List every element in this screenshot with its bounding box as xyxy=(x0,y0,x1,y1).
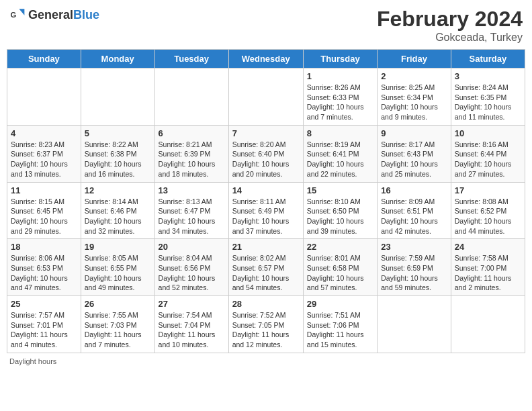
cell-day-number: 10 xyxy=(455,128,521,138)
cell-info: Sunrise: 8:06 AMSunset: 6:53 PMDaylight:… xyxy=(11,253,77,293)
calendar-cell: 10Sunrise: 8:16 AMSunset: 6:44 PMDayligh… xyxy=(451,125,525,182)
cell-info: Sunrise: 7:57 AMSunset: 7:01 PMDaylight:… xyxy=(11,310,77,350)
cell-day-number: 19 xyxy=(85,242,151,252)
calendar-cell: 15Sunrise: 8:10 AMSunset: 6:50 PMDayligh… xyxy=(303,182,377,239)
cell-day-number: 16 xyxy=(381,185,447,195)
calendar-cell xyxy=(7,68,81,126)
calendar-cell: 6Sunrise: 8:21 AMSunset: 6:39 PMDaylight… xyxy=(154,125,228,182)
logo-blue: Blue xyxy=(73,8,99,21)
location-title: Gokceada, Turkey xyxy=(377,32,523,44)
day-header-saturday: Saturday xyxy=(451,50,525,68)
logo-general: General xyxy=(28,8,73,21)
day-header-tuesday: Tuesday xyxy=(154,50,228,68)
cell-info: Sunrise: 8:25 AMSunset: 6:34 PMDaylight:… xyxy=(381,83,447,122)
logo: G GeneralBlue xyxy=(9,7,99,23)
cell-info: Sunrise: 7:54 AMSunset: 7:04 PMDaylight:… xyxy=(159,310,225,350)
calendar-cell: 11Sunrise: 8:15 AMSunset: 6:45 PMDayligh… xyxy=(7,182,81,239)
calendar-week-row: 11Sunrise: 8:15 AMSunset: 6:45 PMDayligh… xyxy=(7,182,525,239)
logo-icon: G xyxy=(9,7,26,23)
cell-day-number: 29 xyxy=(307,299,373,309)
calendar-cell xyxy=(228,68,303,126)
cell-day-number: 24 xyxy=(455,242,521,252)
cell-day-number: 26 xyxy=(85,299,151,309)
calendar-cell xyxy=(154,68,228,126)
cell-info: Sunrise: 8:02 AMSunset: 6:57 PMDaylight:… xyxy=(232,253,300,293)
day-header-friday: Friday xyxy=(378,50,451,68)
cell-info: Sunrise: 7:55 AMSunset: 7:03 PMDaylight:… xyxy=(85,310,151,350)
cell-day-number: 5 xyxy=(85,128,151,138)
calendar-week-row: 1Sunrise: 8:26 AMSunset: 6:33 PMDaylight… xyxy=(7,68,525,126)
calendar-cell: 28Sunrise: 7:52 AMSunset: 7:05 PMDayligh… xyxy=(228,296,303,353)
cell-day-number: 1 xyxy=(307,71,373,81)
day-header-sunday: Sunday xyxy=(7,50,81,68)
calendar-cell: 5Sunrise: 8:22 AMSunset: 6:38 PMDaylight… xyxy=(81,125,154,182)
cell-day-number: 18 xyxy=(11,242,77,252)
calendar-cell: 20Sunrise: 8:04 AMSunset: 6:56 PMDayligh… xyxy=(154,239,228,296)
cell-day-number: 21 xyxy=(232,242,300,252)
calendar-cell: 13Sunrise: 8:13 AMSunset: 6:47 PMDayligh… xyxy=(154,182,228,239)
calendar-cell: 19Sunrise: 8:05 AMSunset: 6:55 PMDayligh… xyxy=(81,239,154,296)
calendar-cell xyxy=(378,296,451,353)
cell-info: Sunrise: 7:52 AMSunset: 7:05 PMDaylight:… xyxy=(232,310,300,350)
cell-info: Sunrise: 8:09 AMSunset: 6:51 PMDaylight:… xyxy=(381,197,447,236)
calendar-cell: 24Sunrise: 7:58 AMSunset: 7:00 PMDayligh… xyxy=(451,239,525,296)
calendar-cell: 23Sunrise: 7:59 AMSunset: 6:59 PMDayligh… xyxy=(378,239,451,296)
cell-info: Sunrise: 8:05 AMSunset: 6:55 PMDaylight:… xyxy=(85,253,151,293)
calendar-cell: 17Sunrise: 8:08 AMSunset: 6:52 PMDayligh… xyxy=(451,182,525,239)
svg-marker-1 xyxy=(19,9,24,15)
cell-info: Sunrise: 8:13 AMSunset: 6:47 PMDaylight:… xyxy=(159,197,225,236)
cell-day-number: 3 xyxy=(455,71,521,81)
svg-text:G: G xyxy=(11,11,17,19)
calendar-cell: 18Sunrise: 8:06 AMSunset: 6:53 PMDayligh… xyxy=(7,239,81,296)
day-header-wednesday: Wednesday xyxy=(228,50,303,68)
cell-day-number: 4 xyxy=(11,128,77,138)
title-block: February 2024 Gokceada, Turkey xyxy=(377,7,523,44)
cell-info: Sunrise: 8:20 AMSunset: 6:40 PMDaylight:… xyxy=(232,140,300,179)
cell-info: Sunrise: 8:15 AMSunset: 6:45 PMDaylight:… xyxy=(11,197,77,236)
cell-day-number: 17 xyxy=(455,185,521,195)
cell-day-number: 27 xyxy=(159,299,225,309)
calendar-cell: 7Sunrise: 8:20 AMSunset: 6:40 PMDaylight… xyxy=(228,125,303,182)
calendar-cell: 3Sunrise: 8:24 AMSunset: 6:35 PMDaylight… xyxy=(451,68,525,126)
cell-info: Sunrise: 8:01 AMSunset: 6:58 PMDaylight:… xyxy=(307,253,373,293)
calendar-cell: 21Sunrise: 8:02 AMSunset: 6:57 PMDayligh… xyxy=(228,239,303,296)
cell-info: Sunrise: 8:26 AMSunset: 6:33 PMDaylight:… xyxy=(307,83,373,122)
month-title: February 2024 xyxy=(377,7,523,32)
page-header: G GeneralBlue February 2024 Gokceada, Tu… xyxy=(7,7,525,44)
calendar-cell: 29Sunrise: 7:51 AMSunset: 7:06 PMDayligh… xyxy=(303,296,377,353)
calendar-cell: 25Sunrise: 7:57 AMSunset: 7:01 PMDayligh… xyxy=(7,296,81,353)
calendar-cell: 16Sunrise: 8:09 AMSunset: 6:51 PMDayligh… xyxy=(378,182,451,239)
cell-day-number: 2 xyxy=(381,71,447,81)
cell-info: Sunrise: 8:22 AMSunset: 6:38 PMDaylight:… xyxy=(85,140,151,179)
cell-info: Sunrise: 8:21 AMSunset: 6:39 PMDaylight:… xyxy=(159,140,225,179)
calendar-cell: 1Sunrise: 8:26 AMSunset: 6:33 PMDaylight… xyxy=(303,68,377,126)
calendar-cell xyxy=(451,296,525,353)
cell-info: Sunrise: 8:10 AMSunset: 6:50 PMDaylight:… xyxy=(307,197,373,236)
cell-info: Sunrise: 8:14 AMSunset: 6:46 PMDaylight:… xyxy=(85,197,151,236)
cell-info: Sunrise: 8:16 AMSunset: 6:44 PMDaylight:… xyxy=(455,140,521,179)
cell-info: Sunrise: 8:11 AMSunset: 6:49 PMDaylight:… xyxy=(232,197,300,236)
cell-day-number: 9 xyxy=(381,128,447,138)
calendar-cell xyxy=(81,68,154,126)
calendar-cell: 4Sunrise: 8:23 AMSunset: 6:37 PMDaylight… xyxy=(7,125,81,182)
cell-day-number: 8 xyxy=(307,128,373,138)
cell-day-number: 22 xyxy=(307,242,373,252)
cell-day-number: 13 xyxy=(159,185,225,195)
calendar-cell: 12Sunrise: 8:14 AMSunset: 6:46 PMDayligh… xyxy=(81,182,154,239)
calendar-cell: 22Sunrise: 8:01 AMSunset: 6:58 PMDayligh… xyxy=(303,239,377,296)
calendar-cell: 2Sunrise: 8:25 AMSunset: 6:34 PMDaylight… xyxy=(378,68,451,126)
calendar-cell: 8Sunrise: 8:19 AMSunset: 6:41 PMDaylight… xyxy=(303,125,377,182)
calendar-table: SundayMondayTuesdayWednesdayThursdayFrid… xyxy=(7,49,525,353)
cell-day-number: 6 xyxy=(159,128,225,138)
cell-day-number: 14 xyxy=(232,185,300,195)
cell-info: Sunrise: 8:04 AMSunset: 6:56 PMDaylight:… xyxy=(159,253,225,293)
cell-day-number: 11 xyxy=(11,185,77,195)
calendar-cell: 9Sunrise: 8:17 AMSunset: 6:43 PMDaylight… xyxy=(378,125,451,182)
calendar-cell: 14Sunrise: 8:11 AMSunset: 6:49 PMDayligh… xyxy=(228,182,303,239)
calendar-header-row: SundayMondayTuesdayWednesdayThursdayFrid… xyxy=(7,50,525,68)
day-header-monday: Monday xyxy=(81,50,154,68)
cell-day-number: 28 xyxy=(232,299,300,309)
calendar-footer: Daylight hours xyxy=(7,357,525,365)
cell-info: Sunrise: 8:19 AMSunset: 6:41 PMDaylight:… xyxy=(307,140,373,179)
cell-day-number: 12 xyxy=(85,185,151,195)
